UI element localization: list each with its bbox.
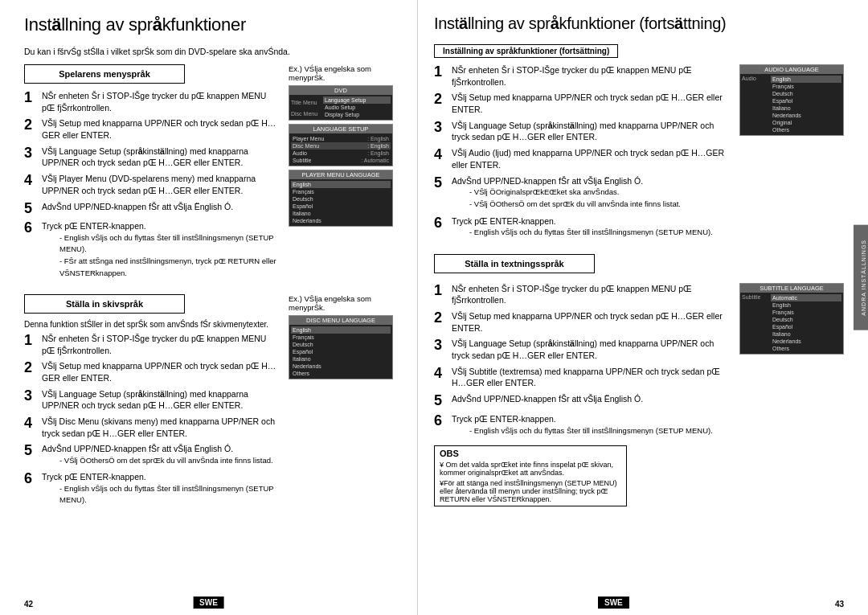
right-steps2-list: 1 NŠr enheten Šr i STOP-IŠge trycker du … bbox=[434, 283, 731, 437]
r-step-1-6: 6 Tryck pŒ ENTER-knappen. - English vŠlj… bbox=[434, 215, 731, 240]
section1-header-box: Spelarens menyspråk bbox=[24, 64, 185, 84]
right-page-num: 43 bbox=[835, 600, 844, 609]
step-1-5: 5 AdvŠnd UPP/NED-knappen fŠr att vŠlja Ë… bbox=[24, 201, 280, 217]
obs-title: OBS bbox=[440, 449, 621, 458]
right-section2-content: 1 NŠr enheten Šr i STOP-IŠge trycker du … bbox=[434, 283, 852, 506]
section1-header: Spelarens menyspråk bbox=[25, 67, 184, 81]
left-page-num: 42 bbox=[24, 600, 33, 609]
left-page: Inställning av språkfunktioner Du kan i … bbox=[0, 0, 418, 615]
step-1-6-notes: - English vŠljs och du flyttas Šter till… bbox=[59, 232, 280, 279]
r-step-2-6: 6 Tryck pŒ ENTER-knappen. - English vŠlj… bbox=[434, 413, 731, 437]
audio-lang-screen: AUDIO LANGUAGE Audio English Français De… bbox=[739, 64, 844, 136]
disc-menu-lang-screen: DISC MENU LANGUAGE English Français Deut… bbox=[289, 315, 393, 379]
r-step-2-5: 5 AdvŠnd UPP/NED-knappen fŠr att vŠlja Ë… bbox=[434, 393, 731, 409]
step-2-2: 2 VŠlj Setup med knapparna UPP/NER och t… bbox=[24, 360, 280, 383]
intro-text: Du kan i fšrvŚg stŚlla i vilket sprŚk so… bbox=[24, 47, 401, 56]
section1-area: Spelarens menyspråk 1 NŠr enheten Šr i S… bbox=[24, 64, 401, 288]
right-section2-area: Ställa in textningsspråk bbox=[434, 254, 852, 280]
obs-box: OBS ¥ Om det valda sprŒket inte finns in… bbox=[434, 445, 627, 506]
right-section1-images: AUDIO LANGUAGE Audio English Français De… bbox=[739, 64, 852, 139]
r-step-1-1: 1 NŠr enheten Šr i STOP-IŠge trycker du … bbox=[434, 64, 731, 88]
section2-header: Ställa in skivspråk bbox=[25, 297, 184, 311]
section2-desc: Denna funktion stŚller in det sprŚk som … bbox=[24, 320, 280, 329]
right-page: Inställning av språkfunktioner (fortsätt… bbox=[418, 0, 868, 615]
section2-text-header: Ställa in textningsspråk bbox=[435, 256, 594, 271]
left-page-title: Inställning av språkfunktioner bbox=[24, 14, 401, 35]
section1-steps-list: 1 NŠr enheten Šr i STOP-IŠge trycker du … bbox=[24, 90, 280, 280]
section2-steps-list: 1 NŠr enheten Šr i STOP-IŠge trycker du … bbox=[24, 333, 280, 507]
r-step-2-3: 3 VŠlj Language Setup (språkinställning)… bbox=[434, 338, 731, 361]
r-step-2-4: 4 VŠlj Subtitle (textremsa) med knapparn… bbox=[434, 366, 731, 389]
player-menu-lang-screen: PLAYER MENU LANGUAGE English Français De… bbox=[289, 170, 393, 227]
step-2-5-notes: - VŠlj ÖOthersÖ om det sprŒk du vill anv… bbox=[59, 455, 273, 466]
step-1-3: 3 VŠlj Language Setup (språkinställning)… bbox=[24, 146, 280, 169]
right-section1-area: 1 NŠr enheten Šr i STOP-IŠge trycker du … bbox=[434, 64, 852, 248]
section2-images: Ex.) VŠlja engelska som menyprŠk. DISC M… bbox=[289, 294, 401, 383]
section2-text-header-box: Ställa in textningsspråk bbox=[434, 254, 595, 273]
r-step-1-4: 4 VŠlj Audio (ljud) med knapparna UPP/NE… bbox=[434, 147, 731, 170]
step-2-6: 6 Tryck pŒ ENTER-knappen. - English vŠlj… bbox=[24, 471, 280, 506]
right-page-title: Inställning av språkfunktioner (fortsätt… bbox=[434, 14, 852, 33]
right-steps1-list: 1 NŠr enheten Šr i STOP-IŠge trycker du … bbox=[434, 64, 731, 240]
right-section1-steps: 1 NŠr enheten Šr i STOP-IŠge trycker du … bbox=[434, 64, 731, 248]
section2-header-box: Ställa in skivspråk bbox=[24, 294, 185, 314]
r-step-1-5: 5 AdvŠnd UPP/NED-knappen fŠr att vŠlja Ë… bbox=[434, 175, 731, 211]
step-1-6: 6 Tryck pŒ ENTER-knappen. - English vŠlj… bbox=[24, 220, 280, 280]
r-step-1-3: 3 VŠlj Language Setup (språkinställning)… bbox=[434, 120, 731, 143]
right-section-header-box: Inställning av språkfunktioner (fortsätt… bbox=[434, 44, 618, 58]
language-setup-screen: LANGUAGE SETUP Player Menu: English Disc… bbox=[289, 124, 393, 166]
right-section2-images: SUBTITLE LANGUAGE Subtitle Automatic Eng… bbox=[739, 283, 852, 358]
step-2-6-notes: - English vŠljs och du flyttas Šter till… bbox=[59, 483, 280, 506]
step-1-1: 1 NŠr enheten Šr i STOP-IŠge trycker du … bbox=[24, 90, 280, 113]
step-2-1: 1 NŠr enheten Šr i STOP-IŠge trycker du … bbox=[24, 333, 280, 356]
section2-area: Ställa in skivspråk Denna funktion stŚll… bbox=[24, 294, 401, 515]
section1-steps: Spelarens menyspråk 1 NŠr enheten Šr i S… bbox=[24, 64, 280, 288]
step-1-2: 2 VŠlj Setup med knapparna UPP/NER och t… bbox=[24, 117, 280, 141]
left-swe-badge: SWE bbox=[193, 597, 224, 609]
subtitle-lang-screen: SUBTITLE LANGUAGE Subtitle Automatic Eng… bbox=[739, 283, 844, 355]
right-swe-badge: SWE bbox=[598, 597, 629, 609]
r-step-1-5-notes: - VŠlj ÖOriginalsprŒkEŒket ska anvŠndas.… bbox=[469, 187, 681, 211]
right-section2-steps: 1 NŠr enheten Šr i STOP-IŠge trycker du … bbox=[434, 283, 731, 506]
r-step-2-6-notes: - English vŠljs och du flyttas Šter till… bbox=[469, 425, 713, 437]
section2-steps: Ställa in skivspråk Denna funktion stŚll… bbox=[24, 294, 280, 515]
step-1-4: 4 VŠlj Player Menu (DVD-spelarens meny) … bbox=[24, 173, 280, 196]
r-step-2-1: 1 NŠr enheten Šr i STOP-IŠge trycker du … bbox=[434, 283, 731, 306]
r-step-1-2: 2 VŠlj Setup med knapparna UPP/NER och t… bbox=[434, 92, 731, 115]
dvd-main-screen: DVD Title MenuDisc Menu Language Setup A… bbox=[289, 85, 393, 121]
step-2-5: 5 AdvŠnd UPP/NED-knappen fŠr att vŠlja Ë… bbox=[24, 443, 280, 467]
r-step-1-6-notes: - English vŠljs och du flyttas Šter till… bbox=[469, 227, 713, 238]
step-2-3: 3 VŠlj Language Setup (språkinställning)… bbox=[24, 388, 280, 412]
r-step-2-2: 2 VŠlj Setup med knapparna UPP/NER och t… bbox=[434, 310, 731, 334]
right-sidebar-tab: ANDRA INSTÄLLNINGS bbox=[854, 225, 868, 330]
section1-images: Ex.) VŚlja engelska som menyprŚk. DVD Ti… bbox=[289, 64, 401, 230]
step-2-4: 4 VŠlj Disc Menu (skivans meny) med knap… bbox=[24, 416, 280, 439]
